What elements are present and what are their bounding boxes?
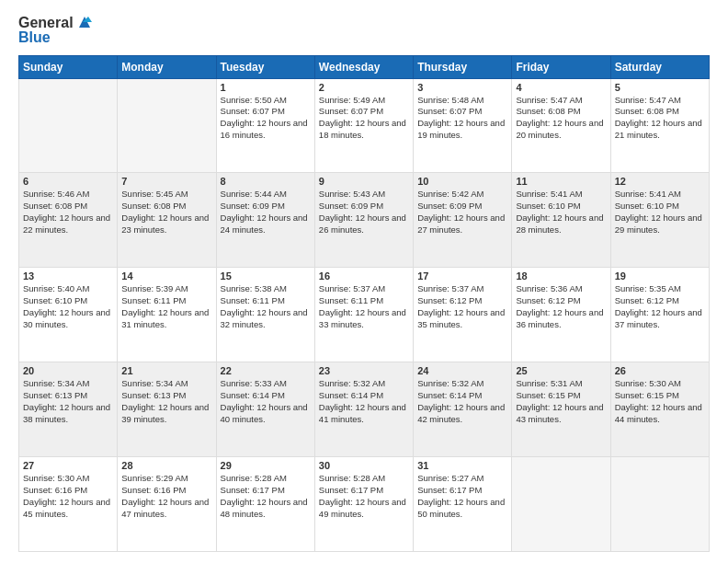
calendar-cell: 8Sunrise: 5:44 AMSunset: 6:09 PMDaylight… [216, 173, 314, 268]
cell-info: Sunrise: 5:40 AMSunset: 6:10 PMDaylight:… [23, 283, 113, 330]
weekday-header-tuesday: Tuesday [216, 55, 314, 78]
day-number: 25 [516, 365, 606, 376]
cell-info: Sunrise: 5:43 AMSunset: 6:09 PMDaylight:… [319, 189, 409, 236]
day-number: 9 [319, 176, 409, 187]
logo-blue: Blue [18, 29, 51, 46]
calendar-cell: 21Sunrise: 5:34 AMSunset: 6:13 PMDayligh… [118, 362, 216, 457]
calendar-cell: 16Sunrise: 5:37 AMSunset: 6:11 PMDayligh… [314, 268, 413, 362]
weekday-header-saturday: Saturday [610, 55, 709, 78]
week-row-2: 6Sunrise: 5:46 AMSunset: 6:08 PMDaylight… [19, 173, 710, 268]
calendar-cell: 7Sunrise: 5:45 AMSunset: 6:08 PMDaylight… [118, 173, 216, 268]
day-number: 20 [23, 365, 113, 376]
cell-info: Sunrise: 5:48 AMSunset: 6:07 PMDaylight:… [417, 95, 507, 142]
calendar-cell: 30Sunrise: 5:28 AMSunset: 6:17 PMDayligh… [314, 457, 413, 552]
cell-info: Sunrise: 5:41 AMSunset: 6:10 PMDaylight:… [516, 189, 606, 236]
calendar-cell: 24Sunrise: 5:32 AMSunset: 6:14 PMDayligh… [414, 362, 512, 457]
cell-info: Sunrise: 5:28 AMSunset: 6:17 PMDaylight:… [319, 473, 409, 520]
day-number: 7 [121, 176, 211, 187]
day-number: 3 [417, 82, 507, 93]
calendar-cell: 25Sunrise: 5:31 AMSunset: 6:15 PMDayligh… [512, 362, 610, 457]
weekday-header-friday: Friday [512, 55, 610, 78]
day-number: 31 [417, 460, 507, 471]
calendar-cell: 4Sunrise: 5:47 AMSunset: 6:08 PMDaylight… [512, 78, 610, 173]
calendar-cell: 12Sunrise: 5:41 AMSunset: 6:10 PMDayligh… [610, 173, 709, 268]
cell-info: Sunrise: 5:42 AMSunset: 6:09 PMDaylight:… [417, 189, 507, 236]
cell-info: Sunrise: 5:36 AMSunset: 6:12 PMDaylight:… [516, 283, 606, 330]
cell-info: Sunrise: 5:37 AMSunset: 6:11 PMDaylight:… [319, 283, 409, 330]
day-number: 10 [417, 176, 507, 187]
day-number: 13 [23, 270, 113, 282]
day-number: 4 [516, 82, 606, 93]
cell-info: Sunrise: 5:37 AMSunset: 6:12 PMDaylight:… [417, 283, 507, 330]
calendar-cell: 19Sunrise: 5:35 AMSunset: 6:12 PMDayligh… [610, 268, 709, 362]
calendar-cell: 29Sunrise: 5:28 AMSunset: 6:17 PMDayligh… [216, 457, 314, 552]
day-number: 12 [615, 176, 705, 187]
cell-info: Sunrise: 5:35 AMSunset: 6:12 PMDaylight:… [615, 283, 705, 330]
cell-info: Sunrise: 5:46 AMSunset: 6:08 PMDaylight:… [23, 189, 113, 236]
weekday-header-wednesday: Wednesday [314, 55, 413, 78]
calendar-cell: 31Sunrise: 5:27 AMSunset: 6:17 PMDayligh… [414, 457, 512, 552]
day-number: 23 [319, 365, 409, 376]
day-number: 15 [221, 270, 311, 282]
calendar-cell: 23Sunrise: 5:32 AMSunset: 6:14 PMDayligh… [314, 362, 413, 457]
weekday-header-row: SundayMondayTuesdayWednesdayThursdayFrid… [19, 55, 710, 78]
cell-info: Sunrise: 5:32 AMSunset: 6:14 PMDaylight:… [319, 378, 409, 425]
calendar-cell: 20Sunrise: 5:34 AMSunset: 6:13 PMDayligh… [19, 362, 118, 457]
cell-info: Sunrise: 5:47 AMSunset: 6:08 PMDaylight:… [615, 95, 705, 142]
calendar-cell: 14Sunrise: 5:39 AMSunset: 6:11 PMDayligh… [118, 268, 216, 362]
day-number: 5 [615, 82, 705, 93]
week-row-1: 1Sunrise: 5:50 AMSunset: 6:07 PMDaylight… [19, 78, 710, 173]
calendar-cell: 13Sunrise: 5:40 AMSunset: 6:10 PMDayligh… [19, 268, 118, 362]
logo-icon [75, 13, 94, 31]
cell-info: Sunrise: 5:31 AMSunset: 6:15 PMDaylight:… [516, 378, 606, 425]
calendar-cell: 1Sunrise: 5:50 AMSunset: 6:07 PMDaylight… [216, 78, 314, 173]
weekday-header-thursday: Thursday [414, 55, 512, 78]
day-number: 29 [221, 460, 311, 471]
calendar-cell: 28Sunrise: 5:29 AMSunset: 6:16 PMDayligh… [118, 457, 216, 552]
cell-info: Sunrise: 5:28 AMSunset: 6:17 PMDaylight:… [221, 473, 311, 520]
cell-info: Sunrise: 5:33 AMSunset: 6:14 PMDaylight:… [221, 378, 311, 425]
day-number: 28 [121, 460, 211, 471]
calendar-cell: 6Sunrise: 5:46 AMSunset: 6:08 PMDaylight… [19, 173, 118, 268]
calendar-cell [118, 78, 216, 173]
calendar-cell [512, 457, 610, 552]
day-number: 8 [221, 176, 311, 187]
cell-info: Sunrise: 5:50 AMSunset: 6:07 PMDaylight:… [221, 95, 311, 142]
day-number: 27 [23, 460, 113, 471]
week-row-3: 13Sunrise: 5:40 AMSunset: 6:10 PMDayligh… [19, 268, 710, 362]
calendar-cell: 3Sunrise: 5:48 AMSunset: 6:07 PMDaylight… [414, 78, 512, 173]
day-number: 16 [319, 270, 409, 282]
day-number: 2 [319, 82, 409, 93]
calendar-cell: 18Sunrise: 5:36 AMSunset: 6:12 PMDayligh… [512, 268, 610, 362]
calendar-cell: 10Sunrise: 5:42 AMSunset: 6:09 PMDayligh… [414, 173, 512, 268]
day-number: 17 [417, 270, 507, 282]
week-row-5: 27Sunrise: 5:30 AMSunset: 6:16 PMDayligh… [19, 457, 710, 552]
day-number: 21 [121, 365, 211, 376]
day-number: 1 [221, 82, 311, 93]
cell-info: Sunrise: 5:47 AMSunset: 6:08 PMDaylight:… [516, 95, 606, 142]
calendar-cell: 15Sunrise: 5:38 AMSunset: 6:11 PMDayligh… [216, 268, 314, 362]
cell-info: Sunrise: 5:39 AMSunset: 6:11 PMDaylight:… [121, 283, 211, 330]
day-number: 30 [319, 460, 409, 471]
weekday-header-monday: Monday [118, 55, 216, 78]
cell-info: Sunrise: 5:41 AMSunset: 6:10 PMDaylight:… [615, 189, 705, 236]
day-number: 24 [417, 365, 507, 376]
day-number: 19 [615, 270, 705, 282]
day-number: 14 [121, 270, 211, 282]
week-row-4: 20Sunrise: 5:34 AMSunset: 6:13 PMDayligh… [19, 362, 710, 457]
page: General Blue SundayMondayTuesdayWednesda… [0, 0, 728, 563]
calendar-cell: 5Sunrise: 5:47 AMSunset: 6:08 PMDaylight… [610, 78, 709, 173]
calendar: SundayMondayTuesdayWednesdayThursdayFrid… [18, 55, 710, 552]
calendar-cell: 11Sunrise: 5:41 AMSunset: 6:10 PMDayligh… [512, 173, 610, 268]
day-number: 18 [516, 270, 606, 282]
cell-info: Sunrise: 5:34 AMSunset: 6:13 PMDaylight:… [121, 378, 211, 425]
day-number: 26 [615, 365, 705, 376]
calendar-cell: 2Sunrise: 5:49 AMSunset: 6:07 PMDaylight… [314, 78, 413, 173]
cell-info: Sunrise: 5:44 AMSunset: 6:09 PMDaylight:… [221, 189, 311, 236]
calendar-cell: 22Sunrise: 5:33 AMSunset: 6:14 PMDayligh… [216, 362, 314, 457]
calendar-cell: 26Sunrise: 5:30 AMSunset: 6:15 PMDayligh… [610, 362, 709, 457]
cell-info: Sunrise: 5:27 AMSunset: 6:17 PMDaylight:… [417, 473, 507, 520]
calendar-cell [610, 457, 709, 552]
calendar-cell: 17Sunrise: 5:37 AMSunset: 6:12 PMDayligh… [414, 268, 512, 362]
cell-info: Sunrise: 5:45 AMSunset: 6:08 PMDaylight:… [121, 189, 211, 236]
